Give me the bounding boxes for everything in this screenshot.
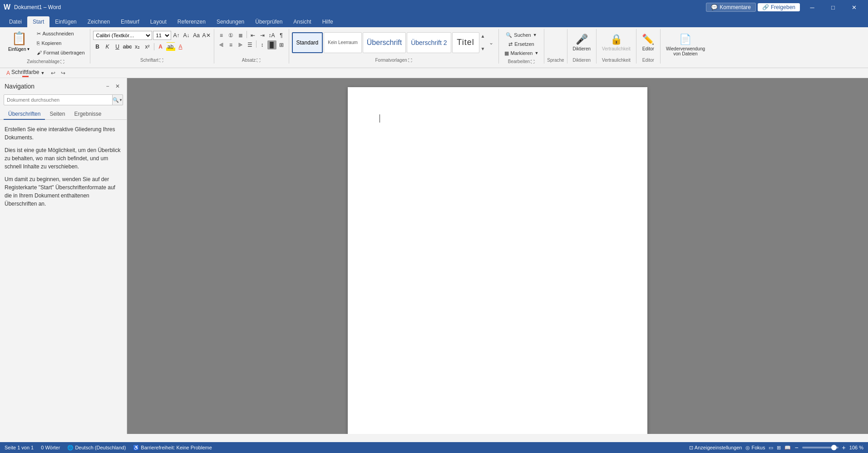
numbering-button[interactable]: ① [227, 31, 236, 40]
strikethrough-button[interactable]: abc [123, 42, 132, 51]
tab-einfuegen[interactable]: Einfügen [49, 16, 82, 27]
align-left-button[interactable]: ⫷ [217, 40, 226, 49]
suchen-button[interactable]: 🔍 Suchen ▼ [503, 31, 539, 39]
copy-button[interactable]: ⎘ Kopieren [35, 39, 87, 48]
bearbeiten-expand-icon[interactable]: ⛶ [531, 59, 535, 64]
language-indicator[interactable]: 🌐 Deutsch (Deutschland) [67, 445, 126, 451]
decrease-font-button[interactable]: A↓ [182, 31, 191, 40]
wiederverwendung-button[interactable]: 📄 Wiederverwendung von Dateien [663, 33, 708, 57]
document-area[interactable] [127, 78, 868, 434]
style-h1[interactable]: Überschrift [363, 32, 406, 53]
focus-button[interactable]: ◎ Fokus [745, 445, 765, 451]
editor-button[interactable]: ✏️ Editor [639, 30, 657, 55]
nav-header-buttons: − ✕ [103, 82, 122, 91]
clear-format-button[interactable]: A✕ [202, 31, 211, 40]
layout-web-button[interactable]: ⊞ [777, 445, 781, 451]
nav-minimize-button[interactable]: − [103, 82, 112, 91]
nav-close-button[interactable]: ✕ [113, 82, 122, 91]
tab-start[interactable]: Start [27, 16, 49, 27]
styles-expand-icon[interactable]: ⛶ [408, 58, 412, 63]
nav-tab-seiten[interactable]: Seiten [45, 109, 69, 120]
italic-button[interactable]: K [103, 42, 112, 51]
vertraulichkeit-button[interactable]: 🔒 Vertraulichkeit [599, 30, 633, 55]
text-effects-button[interactable]: A [156, 42, 165, 51]
change-case-button[interactable]: Aa [192, 31, 201, 40]
superscript-button[interactable]: x² [143, 42, 152, 51]
layout-normal-button[interactable]: ▭ [769, 445, 773, 451]
cut-button[interactable]: ✂ Ausschneiden [35, 29, 87, 38]
tab-datei[interactable]: Datei [4, 16, 27, 27]
diktieren-button[interactable]: 🎤 Diktieren [570, 30, 593, 55]
nav-tab-ergebnisse[interactable]: Ergebnisse [69, 109, 106, 120]
zoom-plus-button[interactable]: + [842, 444, 846, 451]
align-center-button[interactable]: ≡ [227, 40, 236, 49]
tab-ueberprufen[interactable]: Überprüfen [250, 16, 288, 27]
justify-button[interactable]: ☰ [246, 40, 255, 49]
accessibility-indicator[interactable]: ♿ Barrierefreiheit: Keine Probleme [133, 445, 212, 451]
search-button[interactable]: 🔍 ▼ [112, 94, 123, 105]
style-kein-leerraum[interactable]: Kein Leerraum [324, 32, 362, 53]
line-spacing-button[interactable]: ↕ [258, 40, 267, 49]
tab-layout[interactable]: Layout [145, 16, 172, 27]
markieren-button[interactable]: ▦ Markieren ▼ [502, 49, 542, 57]
tab-zeichnen[interactable]: Zeichnen [82, 16, 115, 27]
shading-button[interactable]: █ [267, 40, 276, 49]
increase-indent-button[interactable]: ⇥ [258, 31, 267, 40]
redo-button[interactable]: ↪ [59, 69, 67, 77]
font-size-select[interactable]: 11 [153, 31, 171, 40]
styles-arrow-down[interactable]: ▼ [479, 43, 487, 55]
tab-referenzen[interactable]: Referenzen [172, 16, 211, 27]
nav-content: Erstellen Sie eine interaktive Gliederun… [0, 120, 127, 218]
borders-button[interactable]: ⊞ [277, 40, 286, 49]
align-right-button[interactable]: ⫸ [236, 40, 245, 49]
display-settings-button[interactable]: ⊡ Anzeigeeinstellungen [689, 445, 742, 451]
share-button[interactable]: 🔗 Freigeben [758, 3, 800, 11]
ersetzen-button[interactable]: ⇄ Ersetzen [506, 40, 537, 48]
absatz-expand-icon[interactable]: ⛶ [256, 58, 261, 63]
ribbon: 📋 Einfügen ▼ ✂ Ausschneiden ⎘ [0, 27, 868, 68]
tab-entwurf[interactable]: Entwurf [115, 16, 145, 27]
undo-button[interactable]: ↩ [49, 69, 57, 77]
bold-button[interactable]: B [93, 42, 102, 51]
style-title[interactable]: Titel [452, 32, 479, 53]
highlight-button[interactable]: ab [166, 42, 175, 51]
font-name-select[interactable]: Calibri (Textkör… [93, 31, 152, 40]
editor-content: ✏️ Editor [639, 29, 657, 56]
schriftfarbe-button[interactable]: A Schriftfarbe ▼ [4, 68, 47, 78]
nav-search: 🔍 ▼ [4, 94, 123, 105]
close-button[interactable]: ✕ [843, 0, 864, 15]
zoom-level[interactable]: 106 % [849, 445, 863, 450]
show-marks-button[interactable]: ¶ [277, 31, 286, 40]
zoom-minus-button[interactable]: − [794, 444, 798, 451]
tab-sendungen[interactable]: Sendungen [211, 16, 250, 27]
layout-read-button[interactable]: 📖 [784, 445, 791, 451]
clipboard-expand-icon[interactable]: ⛶ [60, 59, 64, 64]
editor-group-label: Editor [639, 56, 657, 64]
font-expand-icon[interactable]: ⛶ [159, 58, 163, 63]
zoom-slider[interactable] [802, 447, 838, 448]
tab-ansicht[interactable]: Ansicht [288, 16, 316, 27]
minimize-button[interactable]: ─ [802, 0, 823, 15]
underline-button[interactable]: U [113, 42, 122, 51]
increase-font-button[interactable]: A↑ [172, 31, 181, 40]
maximize-button[interactable]: □ [823, 0, 843, 15]
tab-hilfe[interactable]: Hilfe [317, 16, 339, 27]
comment-button[interactable]: 💬 Kommentare [706, 3, 756, 12]
style-h2[interactable]: Überschrift 2 [407, 32, 451, 53]
multilevel-list-button[interactable]: ≣ [236, 31, 245, 40]
search-icon: 🔍 [113, 97, 119, 103]
paste-button[interactable]: 📋 Einfügen ▼ [5, 29, 34, 54]
search-input[interactable] [4, 94, 123, 105]
sort-button[interactable]: ↕A [267, 31, 276, 40]
subscript-button[interactable]: x₂ [133, 42, 142, 51]
bullets-button[interactable]: ≡ [217, 31, 226, 40]
decrease-indent-button[interactable]: ⇤ [248, 31, 257, 40]
styles-more-button[interactable]: ⌄ [487, 30, 496, 55]
font-color-button[interactable]: A [176, 42, 185, 51]
paste-dropdown-icon: ▼ [26, 47, 30, 51]
document-page[interactable] [348, 87, 647, 434]
style-standard[interactable]: Standard [292, 32, 323, 53]
styles-arrow-up[interactable]: ▲ [479, 30, 487, 42]
nav-tab-uberschriften[interactable]: Überschriften [4, 109, 45, 120]
format-painter-button[interactable]: 🖌 Format übertragen [35, 48, 87, 57]
